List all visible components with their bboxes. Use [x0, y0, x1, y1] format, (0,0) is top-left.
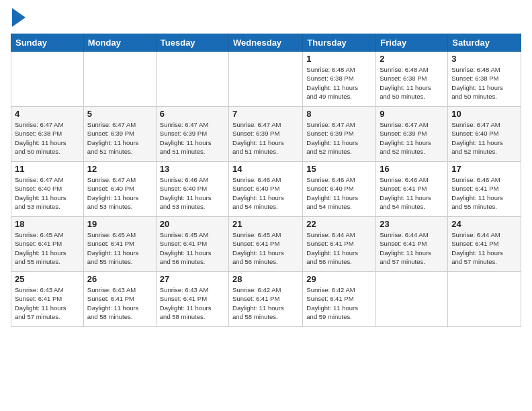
day-info: Sunrise: 6:47 AM Sunset: 6:39 PM Dayligh…	[380, 120, 444, 156]
day-info: Sunrise: 6:45 AM Sunset: 6:41 PM Dayligh…	[160, 230, 225, 266]
calendar-cell: 12Sunrise: 6:47 AM Sunset: 6:40 PM Dayli…	[83, 162, 156, 217]
calendar-cell: 19Sunrise: 6:45 AM Sunset: 6:41 PM Dayli…	[83, 217, 156, 272]
day-info: Sunrise: 6:47 AM Sunset: 6:39 PM Dayligh…	[87, 120, 152, 156]
day-number: 13	[160, 164, 225, 174]
calendar-week-2: 4Sunrise: 6:47 AM Sunset: 6:38 PM Daylig…	[11, 107, 521, 162]
day-number: 6	[160, 109, 225, 119]
day-number: 1	[306, 54, 372, 64]
day-number: 11	[15, 164, 80, 174]
calendar-cell	[448, 272, 521, 327]
calendar-week-3: 11Sunrise: 6:47 AM Sunset: 6:40 PM Dayli…	[11, 162, 521, 217]
calendar-cell: 13Sunrise: 6:46 AM Sunset: 6:40 PM Dayli…	[156, 162, 228, 217]
day-info: Sunrise: 6:47 AM Sunset: 6:40 PM Dayligh…	[15, 175, 80, 211]
calendar-week-1: 1Sunrise: 6:48 AM Sunset: 6:38 PM Daylig…	[11, 52, 521, 107]
day-info: Sunrise: 6:46 AM Sunset: 6:40 PM Dayligh…	[160, 175, 225, 211]
calendar-week-4: 18Sunrise: 6:45 AM Sunset: 6:41 PM Dayli…	[11, 217, 521, 272]
day-info: Sunrise: 6:46 AM Sunset: 6:41 PM Dayligh…	[380, 175, 444, 211]
day-number: 24	[451, 219, 517, 229]
day-number: 20	[160, 219, 225, 229]
calendar-cell: 18Sunrise: 6:45 AM Sunset: 6:41 PM Dayli…	[11, 217, 84, 272]
calendar-cell: 6Sunrise: 6:47 AM Sunset: 6:39 PM Daylig…	[156, 107, 228, 162]
weekday-header-tuesday: Tuesday	[156, 34, 228, 52]
day-info: Sunrise: 6:42 AM Sunset: 6:41 PM Dayligh…	[232, 285, 299, 321]
weekday-header-friday: Friday	[376, 34, 448, 52]
calendar-cell: 29Sunrise: 6:42 AM Sunset: 6:41 PM Dayli…	[303, 272, 376, 327]
calendar-cell	[376, 272, 448, 327]
calendar-cell: 24Sunrise: 6:44 AM Sunset: 6:41 PM Dayli…	[448, 217, 521, 272]
day-number: 14	[232, 164, 299, 174]
day-number: 22	[306, 219, 372, 229]
day-info: Sunrise: 6:47 AM Sunset: 6:38 PM Dayligh…	[15, 120, 80, 156]
calendar-cell: 20Sunrise: 6:45 AM Sunset: 6:41 PM Dayli…	[156, 217, 228, 272]
logo-icon	[12, 8, 26, 27]
day-info: Sunrise: 6:43 AM Sunset: 6:41 PM Dayligh…	[87, 285, 152, 321]
calendar-cell: 28Sunrise: 6:42 AM Sunset: 6:41 PM Dayli…	[229, 272, 303, 327]
calendar-table: SundayMondayTuesdayWednesdayThursdayFrid…	[11, 34, 521, 327]
day-info: Sunrise: 6:47 AM Sunset: 6:40 PM Dayligh…	[87, 175, 152, 211]
day-number: 10	[451, 109, 517, 119]
calendar-cell	[156, 52, 228, 107]
day-info: Sunrise: 6:46 AM Sunset: 6:40 PM Dayligh…	[232, 175, 299, 211]
logo	[11, 11, 26, 27]
calendar-cell: 25Sunrise: 6:43 AM Sunset: 6:41 PM Dayli…	[11, 272, 84, 327]
page-header	[11, 11, 521, 27]
day-info: Sunrise: 6:45 AM Sunset: 6:41 PM Dayligh…	[87, 230, 152, 266]
calendar-cell: 4Sunrise: 6:47 AM Sunset: 6:38 PM Daylig…	[11, 107, 84, 162]
day-info: Sunrise: 6:45 AM Sunset: 6:41 PM Dayligh…	[15, 230, 80, 266]
calendar-cell: 16Sunrise: 6:46 AM Sunset: 6:41 PM Dayli…	[376, 162, 448, 217]
calendar-cell: 11Sunrise: 6:47 AM Sunset: 6:40 PM Dayli…	[11, 162, 84, 217]
calendar-cell: 8Sunrise: 6:47 AM Sunset: 6:39 PM Daylig…	[303, 107, 376, 162]
calendar-cell: 17Sunrise: 6:46 AM Sunset: 6:41 PM Dayli…	[448, 162, 521, 217]
day-number: 9	[380, 109, 444, 119]
calendar-cell: 3Sunrise: 6:48 AM Sunset: 6:38 PM Daylig…	[448, 52, 521, 107]
svg-marker-0	[12, 8, 26, 27]
calendar-cell: 9Sunrise: 6:47 AM Sunset: 6:39 PM Daylig…	[376, 107, 448, 162]
day-info: Sunrise: 6:48 AM Sunset: 6:38 PM Dayligh…	[306, 65, 372, 101]
day-number: 2	[380, 54, 444, 64]
day-number: 15	[306, 164, 372, 174]
day-info: Sunrise: 6:44 AM Sunset: 6:41 PM Dayligh…	[380, 230, 444, 266]
day-number: 3	[451, 54, 517, 64]
calendar-cell: 5Sunrise: 6:47 AM Sunset: 6:39 PM Daylig…	[83, 107, 156, 162]
weekday-header-saturday: Saturday	[448, 34, 521, 52]
day-info: Sunrise: 6:47 AM Sunset: 6:39 PM Dayligh…	[232, 120, 299, 156]
day-info: Sunrise: 6:47 AM Sunset: 6:39 PM Dayligh…	[306, 120, 372, 156]
day-number: 26	[87, 274, 152, 284]
day-number: 16	[380, 164, 444, 174]
calendar-cell	[83, 52, 156, 107]
day-info: Sunrise: 6:46 AM Sunset: 6:40 PM Dayligh…	[306, 175, 372, 211]
day-number: 4	[15, 109, 80, 119]
calendar-cell: 7Sunrise: 6:47 AM Sunset: 6:39 PM Daylig…	[229, 107, 303, 162]
day-number: 7	[232, 109, 299, 119]
calendar-cell: 23Sunrise: 6:44 AM Sunset: 6:41 PM Dayli…	[376, 217, 448, 272]
calendar-cell: 10Sunrise: 6:47 AM Sunset: 6:40 PM Dayli…	[448, 107, 521, 162]
day-info: Sunrise: 6:44 AM Sunset: 6:41 PM Dayligh…	[451, 230, 517, 266]
day-number: 18	[15, 219, 80, 229]
weekday-header-sunday: Sunday	[11, 34, 84, 52]
calendar-cell: 15Sunrise: 6:46 AM Sunset: 6:40 PM Dayli…	[303, 162, 376, 217]
day-info: Sunrise: 6:43 AM Sunset: 6:41 PM Dayligh…	[15, 285, 80, 321]
day-info: Sunrise: 6:42 AM Sunset: 6:41 PM Dayligh…	[306, 285, 372, 321]
calendar-week-5: 25Sunrise: 6:43 AM Sunset: 6:41 PM Dayli…	[11, 272, 521, 327]
day-info: Sunrise: 6:44 AM Sunset: 6:41 PM Dayligh…	[306, 230, 372, 266]
calendar-cell: 27Sunrise: 6:43 AM Sunset: 6:41 PM Dayli…	[156, 272, 228, 327]
day-number: 21	[232, 219, 299, 229]
day-info: Sunrise: 6:47 AM Sunset: 6:40 PM Dayligh…	[451, 120, 517, 156]
calendar-cell: 22Sunrise: 6:44 AM Sunset: 6:41 PM Dayli…	[303, 217, 376, 272]
day-number: 29	[306, 274, 372, 284]
day-number: 28	[232, 274, 299, 284]
day-number: 27	[160, 274, 225, 284]
calendar-cell: 21Sunrise: 6:45 AM Sunset: 6:41 PM Dayli…	[229, 217, 303, 272]
day-number: 12	[87, 164, 152, 174]
calendar-cell: 26Sunrise: 6:43 AM Sunset: 6:41 PM Dayli…	[83, 272, 156, 327]
weekday-header-wednesday: Wednesday	[229, 34, 303, 52]
weekday-header-row: SundayMondayTuesdayWednesdayThursdayFrid…	[11, 34, 521, 52]
calendar-cell: 14Sunrise: 6:46 AM Sunset: 6:40 PM Dayli…	[229, 162, 303, 217]
calendar-cell: 2Sunrise: 6:48 AM Sunset: 6:38 PM Daylig…	[376, 52, 448, 107]
day-number: 25	[15, 274, 80, 284]
day-info: Sunrise: 6:43 AM Sunset: 6:41 PM Dayligh…	[160, 285, 225, 321]
day-info: Sunrise: 6:48 AM Sunset: 6:38 PM Dayligh…	[451, 65, 517, 101]
calendar-cell	[229, 52, 303, 107]
day-info: Sunrise: 6:48 AM Sunset: 6:38 PM Dayligh…	[380, 65, 444, 101]
day-info: Sunrise: 6:45 AM Sunset: 6:41 PM Dayligh…	[232, 230, 299, 266]
